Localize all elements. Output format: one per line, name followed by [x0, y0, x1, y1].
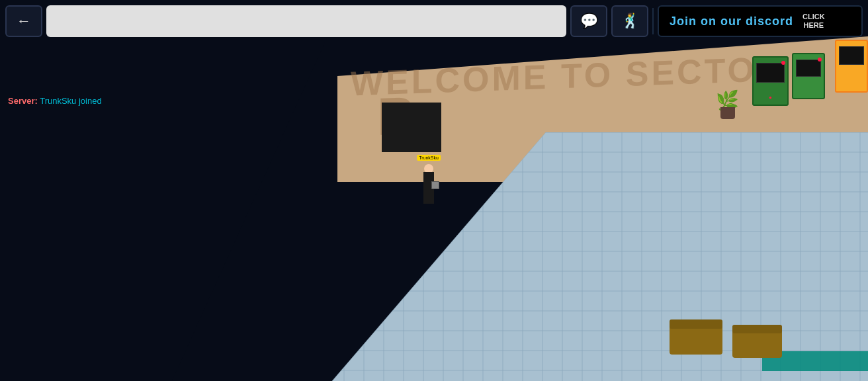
wall-board: [382, 103, 441, 152]
iso-floor: [324, 132, 868, 381]
player-body: [423, 172, 434, 192]
discord-banner[interactable]: Join on our discord CLICK HERE: [658, 5, 863, 37]
emote-icon: 🕺: [621, 13, 639, 30]
plant: 🌿: [716, 79, 739, 119]
couch-2: [732, 330, 782, 358]
couch-1: [670, 325, 722, 355]
back-arrow-icon: ←: [17, 13, 31, 30]
emote-button[interactable]: 🕺: [611, 5, 648, 37]
player-nametag: TrunkSku: [417, 155, 441, 161]
back-button[interactable]: ←: [5, 5, 42, 37]
chat-button[interactable]: 💬: [570, 5, 607, 37]
chat-log: Server: TrunkSku joined: [8, 96, 193, 106]
join-message: TrunkSku joined: [38, 96, 102, 106]
discord-join-text: Join on our discord: [670, 15, 793, 28]
divider: [652, 8, 654, 34]
arcade-machine-2: [792, 53, 825, 99]
svg-marker-1: [324, 132, 868, 381]
arcade-machine-1: [752, 56, 789, 106]
player-legs: [423, 192, 434, 204]
top-bar: ← 💬 🕺 Join on our discord CLICK HERE: [5, 5, 863, 37]
server-message: Server: TrunkSku joined: [8, 96, 102, 106]
player-character: TrunkSku: [421, 164, 437, 204]
chat-icon: 💬: [580, 13, 598, 30]
server-label: Server:: [8, 96, 38, 106]
search-input[interactable]: [46, 5, 566, 37]
arcade-machine-3: [835, 40, 868, 93]
click-here-label: CLICK HERE: [803, 13, 825, 30]
player-item: [431, 181, 439, 189]
